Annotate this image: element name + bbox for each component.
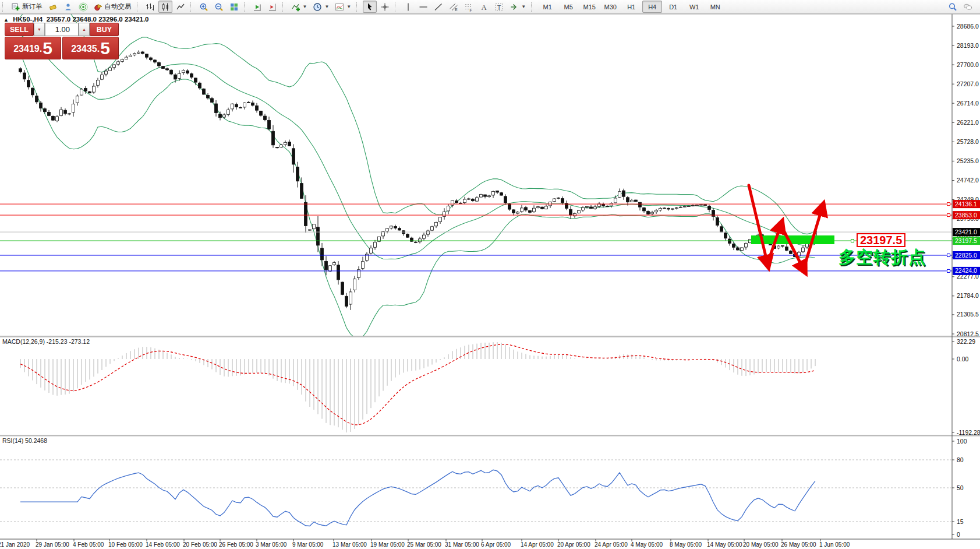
line-anchor-handle[interactable]	[947, 203, 950, 206]
signals-button[interactable]	[76, 1, 90, 13]
autotrading-button[interactable]: 自动交易	[91, 1, 134, 13]
chat-button[interactable]	[961, 1, 975, 13]
time-tick-label: 26 Feb 05:00	[219, 541, 253, 548]
timeframe-m1-button[interactable]: M1	[537, 1, 557, 13]
timeframe-m30-button[interactable]: M30	[600, 1, 620, 13]
indicators-button[interactable]: ▼	[289, 1, 310, 13]
search-icon	[948, 2, 957, 12]
bid-price-main: 23419.	[13, 40, 42, 58]
collapse-panel-icon[interactable]: ▲	[3, 17, 9, 23]
price-tick-label: 26221.0	[957, 119, 979, 126]
volume-decrease-button[interactable]: ▼	[34, 23, 45, 36]
indicator-tick-label: 0	[957, 531, 960, 538]
dropdown-caret-icon[interactable]: ▼	[324, 4, 329, 9]
ask-price-pip: 5	[100, 39, 110, 58]
line-anchor-handle[interactable]	[947, 269, 950, 272]
line-anchor-handle[interactable]	[947, 214, 950, 217]
timeframe-m15-button[interactable]: M15	[579, 1, 599, 13]
symbol-header: ▲ HK50-,H4 23557.0 23648.0 23296.0 23421…	[3, 16, 149, 23]
arrows-button[interactable]: ▼	[507, 1, 528, 13]
timeframe-h4-button[interactable]: H4	[642, 1, 662, 13]
timeframe-mn-button[interactable]: MN	[705, 1, 725, 13]
indicator-tick-label: 322.29	[957, 338, 975, 345]
timeframe-w1-button[interactable]: W1	[684, 1, 704, 13]
mt4-terminal-window: 新订单自动交易▼▼▼EFAT▼M1M5M15M30H1H4D1W1MN 2868…	[0, 0, 980, 549]
chart-canvas[interactable]: 28686.028193.027700.027207.026714.026221…	[0, 13, 980, 549]
indadd-icon	[291, 2, 300, 12]
pivot-price-callout[interactable]: 23197.5	[857, 233, 905, 247]
dropdown-caret-icon[interactable]: ▼	[521, 4, 526, 9]
time-tick-label: 20 Apr 05:00	[557, 541, 590, 548]
time-tick-label: 25 Mar 05:00	[407, 541, 441, 548]
tile-icon	[229, 2, 239, 12]
cursor-button[interactable]	[363, 1, 377, 13]
neworder-icon	[11, 2, 20, 12]
zoomin-icon	[199, 2, 208, 12]
text-label-button[interactable]: T	[492, 1, 506, 13]
signal-icon	[79, 2, 88, 12]
indicator-tick-label: -1192.28	[957, 429, 980, 436]
profile-button[interactable]	[61, 1, 75, 13]
time-tick-label: 13 Mar 05:00	[332, 541, 367, 548]
price-tick-label: 25728.0	[957, 138, 979, 145]
indicator-tick-label: 0.00	[957, 356, 969, 363]
candlestick-chart-button[interactable]	[158, 1, 172, 13]
template-icon	[335, 2, 344, 12]
bid-price[interactable]: 23419. 5	[5, 37, 61, 59]
periods-button[interactable]: ▼	[310, 1, 331, 13]
dropdown-caret-icon[interactable]: ▼	[303, 4, 307, 9]
timeframe-h1-button[interactable]: H1	[621, 1, 641, 13]
timeframe-m5-button[interactable]: M5	[558, 1, 578, 13]
time-tick-label: 14 Feb 05:00	[146, 541, 180, 548]
texta-icon: A	[479, 2, 489, 12]
price-tick-label: 28686.0	[957, 23, 979, 30]
vline-icon	[404, 2, 413, 12]
text-button[interactable]: A	[477, 1, 491, 13]
search-button[interactable]	[946, 1, 960, 13]
sell-button[interactable]: SELL	[5, 23, 34, 36]
candles-icon	[161, 2, 170, 12]
volume-input[interactable]: 1.00	[45, 23, 79, 36]
buy-button[interactable]: BUY	[90, 23, 119, 36]
price-tick-label: 21784.0	[957, 292, 979, 299]
svg-text:F: F	[470, 8, 472, 12]
ask-price[interactable]: 23435. 5	[62, 37, 119, 59]
price-tick-label: 27207.0	[957, 80, 979, 87]
volume-increase-button[interactable]: ▲	[79, 23, 90, 36]
time-tick-label: 31 Mar 05:00	[445, 541, 479, 548]
dropdown-caret-icon[interactable]: ▼	[346, 4, 351, 9]
auto-scroll-button[interactable]	[250, 1, 264, 13]
main-toolbar: 新订单自动交易▼▼▼EFAT▼M1M5M15M30H1H4D1W1MN	[0, 0, 980, 14]
new-order-button[interactable]: 新订单	[9, 1, 45, 13]
channel-button[interactable]: E	[447, 1, 461, 13]
history-center-button[interactable]	[46, 1, 60, 13]
chartshift-icon	[268, 2, 277, 12]
time-tick-label: 19 Mar 05:00	[370, 541, 405, 548]
vertical-line-button[interactable]	[401, 1, 415, 13]
ask-price-main: 23435.	[71, 40, 100, 58]
zoom-in-button[interactable]	[197, 1, 211, 13]
chart-shift-button[interactable]	[266, 1, 280, 13]
time-tick-label: 14 Apr 05:00	[521, 541, 554, 548]
line-anchor-handle[interactable]	[947, 254, 950, 257]
zoom-out-button[interactable]	[212, 1, 226, 13]
price-tick-label: 24742.0	[957, 177, 979, 184]
price-tick-label: 28193.0	[957, 42, 979, 49]
timeframe-d1-button[interactable]: D1	[663, 1, 683, 13]
templates-button[interactable]: ▼	[332, 1, 353, 13]
fibonacci-button[interactable]: F	[462, 1, 476, 13]
line-chart-button[interactable]	[174, 1, 187, 13]
indicator-tick-label: 15	[957, 518, 964, 525]
bar-chart-button[interactable]	[143, 1, 157, 13]
autoscroll-icon	[253, 2, 262, 12]
line-anchor-handle[interactable]	[851, 240, 854, 242]
cursor-icon	[365, 2, 374, 12]
price-flag-text: 22825.0	[955, 252, 977, 259]
horizontal-line-button[interactable]	[416, 1, 430, 13]
time-tick-label: 20 May 05:00	[743, 541, 779, 548]
crosshair-button[interactable]	[378, 1, 392, 13]
tile-windows-button[interactable]	[227, 1, 241, 13]
trendline-button[interactable]	[431, 1, 445, 13]
pivot-annotation-text[interactable]: 多空转折点	[839, 246, 926, 269]
price-tick-label: 26714.0	[957, 100, 979, 107]
